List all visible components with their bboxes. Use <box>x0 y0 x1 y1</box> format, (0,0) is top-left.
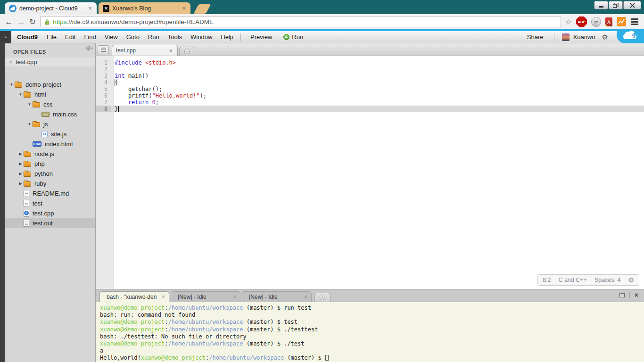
cloud9-logo[interactable]: 9 <box>617 29 644 43</box>
tab-list-button[interactable] <box>98 45 109 54</box>
code-editor[interactable]: 1#include <stdio.h>23int main()4{5 getch… <box>96 56 644 289</box>
indent-setting[interactable]: Spaces: 4 <box>594 277 621 283</box>
terminal-tab-0[interactable]: bash - "xuanwo-den× <box>99 291 169 302</box>
menu-run[interactable]: Run <box>144 33 164 41</box>
sync-extension-icon[interactable]: ⇄ <box>591 17 601 27</box>
user-avatar[interactable] <box>562 33 570 41</box>
menu-help[interactable]: Help <box>216 33 238 41</box>
dictionary-extension-icon[interactable]: A <box>605 17 612 26</box>
browser-tab-xuanwo-blog[interactable]: ✕ Xuanwo's Blog × <box>99 2 190 14</box>
tree-item-site.js[interactable]: <>site.js <box>5 129 95 139</box>
tab-close-icon[interactable]: × <box>162 294 165 300</box>
terminal-tab-2[interactable]: [New] - Idle× <box>242 291 312 302</box>
collapse-menubar-button[interactable]: ▲ <box>0 31 11 43</box>
tree-arrow-icon[interactable]: ▶ <box>17 162 24 166</box>
tab-title: Xuanwo's Blog <box>112 5 178 12</box>
menu-goto[interactable]: Goto <box>122 33 144 41</box>
bookmark-star-icon[interactable]: ☆ <box>565 17 572 26</box>
tree-item-node.js[interactable]: ▶node.js <box>5 149 95 159</box>
close-button[interactable] <box>623 1 641 9</box>
tree-arrow-icon[interactable]: ▼ <box>8 82 15 87</box>
adblock-extension-icon[interactable]: ABP <box>576 16 587 27</box>
editor-tab-test-cpp[interactable]: test.cpp × <box>112 45 178 56</box>
tree-arrow-icon[interactable]: ▼ <box>17 92 24 97</box>
code-line-4[interactable]: 4{ <box>96 79 644 86</box>
open-file-test-cpp[interactable]: × test.cpp <box>5 58 95 66</box>
code-text <box>111 66 644 73</box>
tree-item-test[interactable]: test <box>5 198 95 208</box>
forward-button[interactable]: → <box>17 18 25 26</box>
minimize-button[interactable] <box>594 1 608 9</box>
close-panel-icon[interactable]: × <box>635 291 638 299</box>
tree-arrow-icon[interactable]: ▶ <box>17 181 24 186</box>
tree-arrow-icon[interactable]: ▼ <box>26 102 33 107</box>
share-button[interactable]: Share <box>520 33 551 41</box>
settings-gear-icon[interactable]: ⚙ <box>599 33 611 41</box>
url-path: ://ide.c9.io/xuanwo/demo-project#openfil… <box>67 18 214 25</box>
cursor-position[interactable]: 8:2 <box>543 277 551 283</box>
tree-item-test.cpp[interactable]: test.cpp <box>5 208 95 218</box>
tree-item-main.css[interactable]: cssmain.css <box>5 109 95 119</box>
tree-item-ruby[interactable]: ▶ruby <box>5 179 95 189</box>
code-line-6[interactable]: 6 printf("Hello,world!"); <box>96 92 644 99</box>
tab-close-icon[interactable]: × <box>168 48 173 54</box>
file-sidebar: ⚙▾ OPEN FILES × test.cpp ▼demo-project▼h… <box>5 43 96 362</box>
menu-view[interactable]: View <box>100 33 122 41</box>
tree-arrow-icon[interactable]: ▶ <box>17 152 24 156</box>
close-file-icon[interactable]: × <box>9 59 12 66</box>
menu-file[interactable]: File <box>42 33 61 41</box>
language-mode[interactable]: C and C++ <box>558 277 586 283</box>
code-line-7[interactable]: 7 return 0; <box>96 99 644 106</box>
tree-item-python[interactable]: ▶python <box>5 169 95 179</box>
cloud9-menu[interactable]: Cloud9 <box>11 33 42 41</box>
tree-item-css[interactable]: ▼css <box>5 99 95 109</box>
code-line-3[interactable]: 3int main() <box>96 73 644 79</box>
browser-tab-demo-project[interactable]: demo-project - Cloud9 × <box>5 2 97 14</box>
back-button[interactable]: ← <box>5 18 13 26</box>
panel-gear-icon[interactable]: ⚙▾ <box>85 45 93 52</box>
tree-item-test.out[interactable]: test.out <box>5 218 95 228</box>
minimize-icon <box>599 3 603 8</box>
new-tab-button[interactable] <box>194 4 211 14</box>
tree-item-index.html[interactable]: HTMLindex.html <box>5 139 95 149</box>
tab-close-icon[interactable]: × <box>87 5 93 11</box>
editor-settings-gear-icon[interactable]: ⚙ <box>628 276 634 284</box>
tree-arrow-icon[interactable]: ▶ <box>17 172 24 176</box>
x-logo-favicon-icon: ✕ <box>103 5 109 12</box>
tab-close-icon[interactable]: × <box>233 294 236 300</box>
reload-button[interactable]: ↻ <box>29 18 36 26</box>
tree-item-demo-project[interactable]: ▼demo-project <box>5 80 95 90</box>
menu-find[interactable]: Find <box>80 33 100 41</box>
preview-button[interactable]: Preview <box>244 33 279 41</box>
code-line-8[interactable]: 8} <box>96 106 644 112</box>
terminal-output[interactable]: xuanwo@demo-project:/home/ubuntu/workspa… <box>96 302 644 362</box>
c-file-icon <box>24 210 29 217</box>
new-editor-tab-button[interactable]: + <box>179 47 195 56</box>
run-button[interactable]: ▶ Run <box>279 33 308 41</box>
terminal-tab-title: [New] - Idle <box>178 294 230 300</box>
tree-arrow-icon[interactable]: ▼ <box>26 122 33 126</box>
code-line-2[interactable]: 2 <box>96 66 644 73</box>
new-terminal-tab-button[interactable]: + <box>314 293 330 302</box>
tree-item-html[interactable]: ▼html <box>5 90 95 99</box>
tree-item-README.md[interactable]: README.md <box>5 189 95 198</box>
tab-close-icon[interactable]: × <box>181 5 187 11</box>
maximize-panel-icon[interactable] <box>619 293 625 297</box>
tab-close-icon[interactable]: × <box>304 294 307 300</box>
tree-item-js[interactable]: ▼js <box>5 119 95 129</box>
chrome-menu-button[interactable] <box>630 17 639 26</box>
terminal-tab-1[interactable]: [New] - Idle× <box>171 291 240 302</box>
address-bar[interactable]: https://ide.c9.io/xuanwo/demo-project#op… <box>40 16 561 27</box>
user-name[interactable]: Xuanwo <box>572 33 599 41</box>
code-line-5[interactable]: 5 getchar(); <box>96 86 644 92</box>
terminal-line: xuanwo@demo-project:/home/ubuntu/workspa… <box>100 340 644 347</box>
terminal-line: xuanwo@demo-project:/home/ubuntu/workspa… <box>100 326 644 333</box>
analytics-extension-icon[interactable] <box>617 17 626 26</box>
code-line-1[interactable]: 1#include <stdio.h> <box>96 59 644 66</box>
tree-item-php[interactable]: ▶php <box>5 159 95 169</box>
tree-item-label: js <box>43 121 48 128</box>
menu-window[interactable]: Window <box>186 33 216 41</box>
menu-edit[interactable]: Edit <box>61 33 80 41</box>
menu-tools[interactable]: Tools <box>164 33 186 41</box>
restore-button[interactable] <box>609 1 623 9</box>
